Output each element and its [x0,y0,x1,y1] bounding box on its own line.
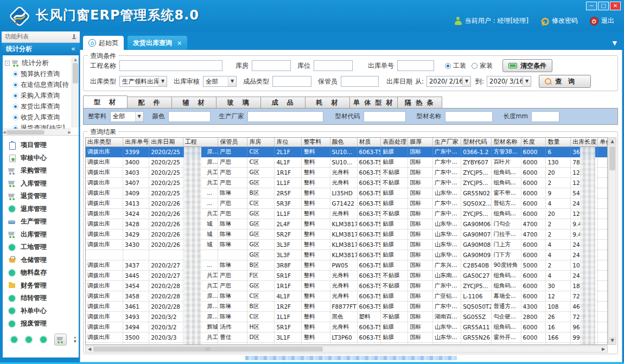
sidebar-item-入库管理[interactable]: 入库管理 [3,177,79,190]
column-header[interactable]: 出库日期 [149,138,183,146]
table-row[interactable]: 调拨出库34932020/3/2华原...陈琳C区1L1F整料黑色塑料不贴膜国标… [86,311,608,322]
sidebar-item-项目管理[interactable]: 项目管理 [3,139,79,152]
out-audit-combo[interactable]: 全部▼ [203,76,237,87]
column-header[interactable]: 材质 [357,138,381,146]
column-header[interactable]: 长度 [521,138,546,146]
date-to-picker[interactable]: 2020/ 3/16▼ [487,76,531,87]
material-tab[interactable]: 隔 热 条 [398,97,442,108]
sidebar-item-补单中心[interactable]: 补单中心 [3,305,79,318]
warehouse-input[interactable] [252,60,291,71]
sidebar-item-审核中心[interactable]: 审核中心 [3,152,79,165]
sidebar-item-财务管理[interactable]: 财务管理 [3,279,79,292]
profile-name-input[interactable] [445,111,493,122]
zhengling-combo[interactable]: 全部▼ [110,111,144,122]
column-header[interactable]: 膜厚 [408,138,433,146]
material-tab[interactable]: 单 体 型 材 [350,97,398,108]
collapse-icon[interactable]: « [71,43,75,55]
table-row[interactable]: 调拨出库34092020/2/25长...陈琳B区2R5F整料LI35HD606… [86,188,608,198]
column-header[interactable]: 生产厂家 [433,138,461,146]
sidebar-item-出库管理[interactable]: 出库管理 [3,228,79,241]
sidebar-item-仓储管理[interactable]: 仓储管理 [3,254,79,267]
column-header[interactable]: 型材名称 [492,138,521,146]
table-row[interactable]: 调拨出库34302020/2/26石城陈琳G区3L3F整料KLM38176063… [86,239,608,250]
close-button[interactable]: ✕ [610,2,621,10]
green-dot-icon[interactable] [25,336,33,343]
green-dot-icon[interactable] [10,336,18,343]
maximize-button[interactable]: □ [598,2,609,10]
column-header[interactable]: 表面处理 [381,138,408,146]
profile-code-input[interactable] [364,111,406,122]
table-row[interactable]: 调拨出库34002020/2/25华原...严思C区4L1F整料SU10...6… [86,157,608,167]
column-header[interactable]: 库位 [275,138,302,146]
table-row[interactable]: 调拨出库34132020/2/26南...严思C区5R3F整料G71422606… [86,198,608,208]
color-input[interactable] [168,111,211,122]
table-row[interactable]: 调拨出库34242020/2/26工共工程严思G区1L1F整料光身料6063-T… [86,208,608,219]
table-row[interactable]: G区3L3F整料KLM38176063-T5贴膜国标山东华...GA90M09.… [86,250,608,260]
material-tab[interactable]: 成 品 [261,97,305,108]
order-no-input[interactable] [397,60,434,71]
expander-icon[interactable]: - [5,61,10,66]
column-header[interactable]: 单价 [598,138,608,146]
table-row[interactable]: 调拨出库34282020/2/26石城陈琳G区2L4F整料KLM38176063… [86,219,608,229]
sidebar-item-生产管理[interactable]: 生产管理 [3,215,79,228]
date-from-picker[interactable]: 2020/ 2/16▼ [426,76,471,87]
sidebar-item-工地管理[interactable]: 工地管理 [3,241,79,254]
length-input[interactable] [531,111,559,122]
tab-home[interactable]: ⌂ 起始页 [83,36,124,50]
keeper-input[interactable] [341,76,379,87]
tree-vertical-scrollbar[interactable]: ▲ [72,58,79,127]
tab-shipment-query[interactable]: 发货出库查询 × [128,36,187,50]
table-row[interactable]: 调拨出库34612020/2/28华原...陈琳B区1R2F整料F8877FT6… [86,301,608,311]
material-tab[interactable]: 玻 璃 [217,97,261,108]
logout-button[interactable]: ⏻ 退出 [590,16,614,25]
column-header[interactable]: 出库长度 [571,138,598,146]
search-button[interactable]: 查 询 [539,75,591,88]
grid-vertical-scrollbar[interactable]: ▲ ▼ [608,137,616,345]
material-tab[interactable]: 配 件 [128,97,172,108]
table-row[interactable]: 调拨出库34072020/2/25工共工程严思G区1L1F整料光身料6063-T… [86,177,608,188]
sidebar-item-结转管理[interactable]: 结转管理 [3,292,79,305]
table-row[interactable]: 调拨出库34292020/2/26石城陈琳G区5R2F整料KLM38176063… [86,229,608,239]
project-name-input[interactable] [119,60,222,71]
radio-jiazhuang[interactable]: 家装 [472,61,493,71]
column-header[interactable]: 库房 [247,138,275,146]
sidebar-item-采购管理[interactable]: 采购管理 [3,164,79,177]
change-password-button[interactable]: 修改密码 [540,16,578,25]
tree-item[interactable]: 预算执行查询 [5,68,78,79]
table-row[interactable]: 调拨出库33992020/2/25华原...严思C区2L1F整料SU10...6… [86,146,608,157]
pin-icon[interactable] [72,34,77,40]
grid-horizontal-scrollbar[interactable]: ◀ ||| ▶ [85,346,608,353]
material-tab[interactable]: 辅 材 [172,97,217,108]
tree-item[interactable]: 发货出库查询 [5,101,78,112]
tree-root[interactable]: - 统计分析 [5,58,78,68]
table-row[interactable]: 调拨出库34582020/2/28华原...陈琳C区4L1F整料光身料6063-… [86,291,608,301]
table-row[interactable]: 调拨出库34032020/2/25工共工程严思G区1R1F整料光身料6063-T… [86,167,608,177]
sidebar-item-报废管理[interactable]: 报废管理 [3,317,79,330]
material-tab[interactable]: 耗 材 [305,97,350,108]
column-header[interactable]: 工程 [183,138,218,146]
column-header[interactable]: 型材代码 [461,138,492,146]
table-row[interactable]: 调拨出库35102020/3/4工共工程陈琳F区5R1F整料光身料6063-T5… [86,342,608,345]
column-header[interactable]: 出库单号 [123,138,149,146]
sidebar-item-退库管理[interactable]: 退库管理 [3,203,79,216]
tree-item[interactable]: 收货入库查询 [5,112,78,123]
tree-horizontal-scrollbar[interactable]: ◀▶ [3,129,71,135]
clear-conditions-button[interactable]: 清空条件 [502,59,552,72]
cart-button[interactable] [54,334,67,346]
more-chevron-icon[interactable]: »▾ [73,336,77,343]
column-header[interactable]: 出库类型 [86,138,123,146]
radio-gongzhuang[interactable]: 工装 [445,61,466,71]
column-header[interactable]: 数量 [546,138,571,146]
table-row[interactable]: 调拨出库34372020/2/27佛...陈琳B区3R8F整料PW056063-… [86,260,608,270]
table-row[interactable]: 调拨出库35002020/3/3工共工程曹佳D区3L1F整料LT3P606063… [86,332,608,342]
tree-item[interactable]: 采购入库查询 [5,90,78,101]
table-row[interactable]: 调拨出库34942020/3/2石辉城汤伟H区5R1F整料光身料6063-T5贴… [86,322,608,332]
sidebar-item-物料盘存[interactable]: 物料盘存 [3,266,79,279]
out-type-combo[interactable]: 生产领料出库▼ [119,76,167,87]
product-type-input[interactable] [272,76,311,87]
sidebar-section-header[interactable]: 统计分析 « [2,43,80,55]
minimize-button[interactable]: ─ [586,2,597,10]
location-input[interactable] [314,60,353,71]
table-row[interactable]: 调拨出库34542020/2/28工共工程严思G区1R1F整料光身料6063-T… [86,280,608,291]
tab-overflow-icon[interactable]: ▼ [613,40,617,47]
